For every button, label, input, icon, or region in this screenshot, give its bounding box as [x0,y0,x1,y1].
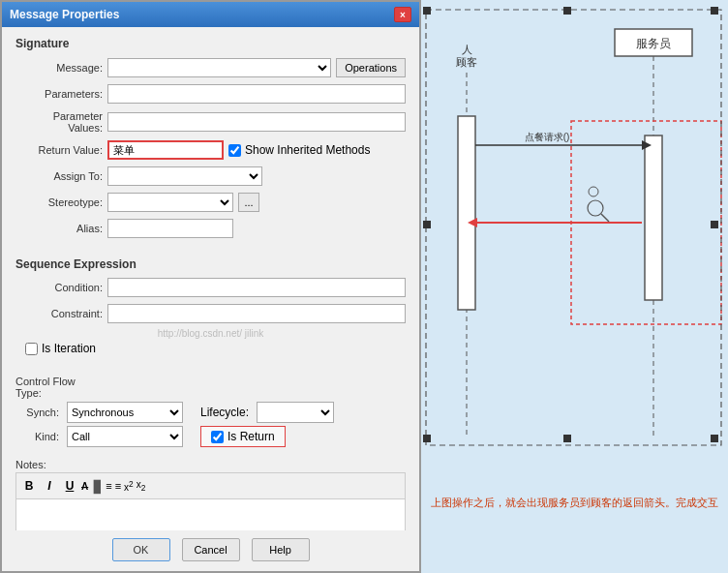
svg-rect-26 [711,221,718,228]
svg-rect-23 [563,7,571,15]
bold-button[interactable]: B [20,477,38,495]
dialog-title: Message Properties [10,8,119,21]
seq-expr-label: Sequence Expression [15,257,406,271]
list-button[interactable]: ≡ [106,480,111,492]
parameter-values-input[interactable] [107,112,406,132]
kind-select[interactable]: Call [67,426,183,447]
constraint-label: Constraint: [15,308,103,319]
is-return-label: Is Return [228,430,275,443]
parameters-row: Parameters: [15,84,406,104]
kind-label: Kind: [15,431,59,442]
is-iteration-checkbox[interactable] [25,343,38,355]
ok-button[interactable]: OK [112,538,170,561]
close-button[interactable]: × [394,7,411,22]
is-iteration-label: Is Iteration [42,342,96,355]
svg-rect-25 [423,221,431,228]
assign-to-row: Assign To: [15,166,406,186]
return-value-label: Return Value: [15,144,103,156]
message-label: Message: [15,62,103,74]
svg-rect-20 [711,7,718,15]
parameter-values-row: Parameter Values: [15,110,406,134]
operations-button[interactable]: Operations [336,58,406,77]
svg-rect-7 [458,116,475,310]
iteration-row: Is Iteration [25,342,406,355]
show-inherited-checkbox[interactable] [228,144,241,157]
strikethrough-button[interactable]: A [81,481,88,492]
svg-rect-22 [711,435,718,442]
notes-toolbar: B I U A ▮ ≡ ≡ x2 x2 [15,472,406,498]
control-flow-section: Control Flow Type: Synch: Synchronous Li… [15,376,406,450]
diagram-annotation: 上图操作之后，就会出现服务员到顾客的返回箭头。完成交互 [431,495,723,511]
is-return-box: Is Return [200,426,286,447]
sub-button[interactable]: x2 [136,479,146,493]
notes-section: Notes: B I U A ▮ ≡ ≡ x2 x2 [15,459,406,530]
svg-rect-24 [563,435,571,442]
watermark: http://blog.csdn.net/ jilink [15,328,406,339]
show-inherited-row: Show Inherited Methods [228,143,370,157]
message-select[interactable] [107,58,331,77]
ellipsis-button[interactable]: ... [238,193,259,212]
alias-input[interactable] [107,219,233,238]
parameter-values-label: Parameter Values: [15,110,103,134]
stereotype-label: Stereotype: [15,196,103,208]
message-row: Message: Operations [15,58,406,77]
cancel-button[interactable]: Cancel [182,538,240,561]
svg-text:人: 人 [462,44,472,55]
message-properties-dialog: Message Properties × Signature Message: … [0,0,421,573]
help-button[interactable]: Help [252,538,310,561]
constraint-row: Constraint: [15,304,406,323]
show-inherited-label: Show Inherited Methods [245,143,370,157]
condition-row: Condition: [15,278,406,297]
alias-row: Alias: [15,219,406,238]
return-value-row: Return Value: (function(){ var inp = doc… [15,140,406,160]
svg-rect-19 [423,7,431,15]
svg-rect-21 [423,435,431,442]
return-value-input[interactable] [107,140,224,160]
condition-label: Condition: [15,282,103,293]
lifecycle-select[interactable] [257,402,334,423]
diagram-svg: 服务员 人 顾客 点餐请求() [421,0,728,573]
stereotype-select[interactable] [107,193,233,212]
is-return-checkbox[interactable] [211,431,224,443]
kind-row: Kind: Call Is Return [15,426,406,447]
alias-label: Alias: [15,223,103,234]
constraint-input[interactable] [107,304,406,323]
underline-button[interactable]: U [61,477,78,495]
svg-rect-8 [645,136,662,300]
synch-label: Synch: [15,407,59,418]
stereotype-row: Stereotype: ... [15,193,406,212]
lifecycle-label: Lifecycle: [200,406,249,419]
dialog-content: Signature Message: Operations Parameters… [2,27,419,530]
signature-label: Signature [15,37,406,50]
control-flow-label: Control Flow Type: [15,376,103,399]
notes-textarea[interactable] [15,498,406,530]
assign-to-label: Assign To: [15,170,103,182]
svg-text:顾客: 顾客 [456,56,477,68]
condition-input[interactable] [107,278,406,297]
synch-lifecycle-row: Synch: Synchronous Lifecycle: [15,402,406,423]
svg-text:点餐请求(): 点餐请求() [525,132,570,142]
notes-label: Notes: [15,459,103,470]
list1-button[interactable]: ▮ [92,475,102,497]
list2-button[interactable]: ≡ [115,480,121,492]
dialog-titlebar: Message Properties × [2,2,419,27]
sup-button[interactable]: x2 [124,479,134,493]
parameters-label: Parameters: [15,88,103,100]
italic-button[interactable]: I [41,477,58,495]
parameters-input[interactable] [107,84,406,104]
assign-to-select[interactable] [107,166,262,186]
svg-text:服务员: 服务员 [636,37,671,50]
synch-select[interactable]: Synchronous [67,402,183,423]
dialog-buttons: OK Cancel Help [2,530,419,571]
diagram-panel: 服务员 人 顾客 点餐请求() [421,0,728,573]
